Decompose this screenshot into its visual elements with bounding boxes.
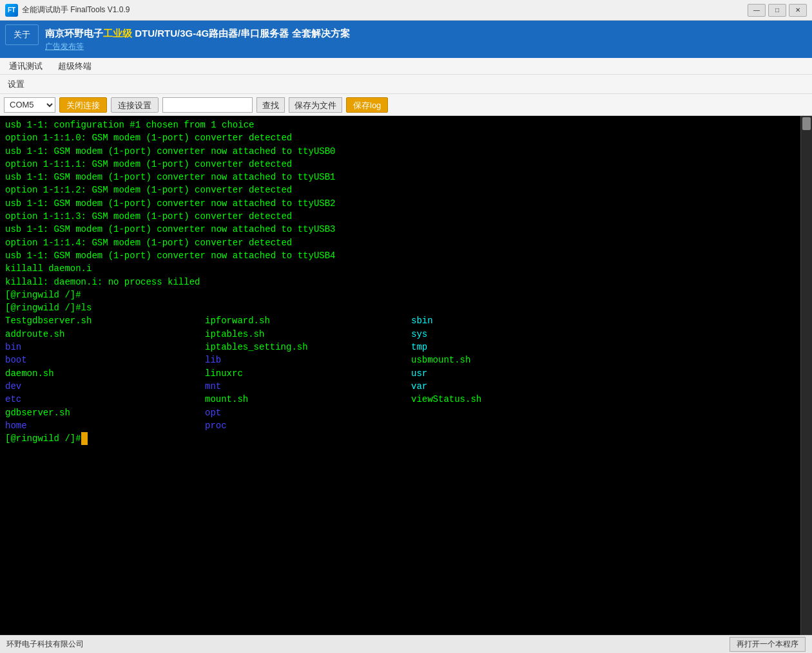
terminal-last-prompt-line: [@ringwild /]# xyxy=(5,432,795,445)
status-bar: 环野电子科技有限公司 再打开一个本程序 xyxy=(0,635,812,653)
header-content: 南京环野电子工业级 DTU/RTU/3G-4G路由器/串口服务器 全套解决方案 … xyxy=(45,26,807,52)
window-controls: — □ ✕ xyxy=(748,4,807,17)
terminal-scrollbar[interactable] xyxy=(800,116,812,635)
find-button[interactable]: 查找 xyxy=(256,97,285,113)
terminal-line: [@ringwild /]#ls xyxy=(5,301,795,314)
toolbar: 设置 xyxy=(0,75,812,94)
app-icon: FT xyxy=(5,4,18,17)
status-left-text: 环野电子科技有限公司 xyxy=(6,639,84,650)
cursor xyxy=(81,432,88,445)
title-bar: FT 全能调试助手 FinalTools V1.0.9 — □ ✕ xyxy=(0,0,812,21)
menu-item-super-terminal[interactable]: 超级终端 xyxy=(52,59,98,74)
title-text: 全能调试助手 FinalTools V1.0.9 xyxy=(22,5,748,15)
highlight-text: 工业级 xyxy=(103,28,132,39)
save-log-button[interactable]: 保存log xyxy=(346,97,388,113)
terminal-line: option 1-1:1.1: GSM modem (1-port) conve… xyxy=(5,158,795,171)
terminal-file-list-line: gdbserver.sh opt xyxy=(5,406,795,419)
connection-settings-button[interactable]: 连接设置 xyxy=(111,97,159,113)
terminal-wrapper: usb 1-1: configuration #1 chosen from 1 … xyxy=(0,116,812,635)
menu-item-comm-test[interactable]: 通讯测试 xyxy=(3,59,49,74)
minimize-button[interactable]: — xyxy=(748,4,766,17)
terminal-file-list-line: home proc xyxy=(5,419,795,432)
terminal-line: usb 1-1: GSM modem (1-port) converter no… xyxy=(5,249,795,262)
terminal-line: usb 1-1: GSM modem (1-port) converter no… xyxy=(5,145,795,158)
terminal[interactable]: usb 1-1: configuration #1 chosen from 1 … xyxy=(0,116,800,635)
com-port-select[interactable]: COM5 xyxy=(4,97,55,113)
terminal-file-list-line: dev mnt var xyxy=(5,380,795,393)
terminal-line: option 1-1:1.3: GSM modem (1-port) conve… xyxy=(5,210,795,223)
terminal-file-list-line: etc mount.sh viewStatus.sh xyxy=(5,393,795,406)
terminal-line: usb 1-1: GSM modem (1-port) converter no… xyxy=(5,197,795,210)
about-button[interactable]: 关于 xyxy=(5,24,39,45)
connection-bar: COM5 关闭连接 连接设置 查找 保存为文件 保存log xyxy=(0,94,812,116)
product-text: DTU/RTU/3G-4G路由器/串口服务器 全套解决方案 xyxy=(132,28,350,39)
close-button[interactable]: ✕ xyxy=(789,4,807,17)
terminal-file-list-line: boot lib usbmount.sh xyxy=(5,354,795,366)
last-prompt: [@ringwild /]# xyxy=(5,433,81,444)
terminal-file-list-line: daemon.sh linuxrc usr xyxy=(5,367,795,380)
terminal-line: killall: daemon.i: no process killed xyxy=(5,276,795,289)
terminal-line: usb 1-1: GSM modem (1-port) converter no… xyxy=(5,223,795,236)
save-file-button[interactable]: 保存为文件 xyxy=(289,97,342,113)
settings-label: 设置 xyxy=(4,79,28,90)
close-connection-button[interactable]: 关闭连接 xyxy=(59,97,107,113)
restore-button[interactable]: □ xyxy=(768,4,786,17)
terminal-line: option 1-1:1.0: GSM modem (1-port) conve… xyxy=(5,131,795,144)
ad-link[interactable]: 广告发布等 xyxy=(45,41,807,52)
terminal-line: option 1-1:1.4: GSM modem (1-port) conve… xyxy=(5,236,795,249)
company-name-prefix: 南京环野电子 xyxy=(45,28,103,39)
terminal-line: option 1-1:1.2: GSM modem (1-port) conve… xyxy=(5,184,795,196)
company-name: 南京环野电子工业级 DTU/RTU/3G-4G路由器/串口服务器 全套解决方案 xyxy=(45,26,807,40)
terminal-file-list-line: Testgdbserver.sh ipforward.sh sbin xyxy=(5,314,795,327)
search-input[interactable] xyxy=(162,97,253,113)
terminal-line: [@ringwild /]# xyxy=(5,289,795,301)
terminal-line: killall daemon.i xyxy=(5,262,795,275)
reopen-program-button[interactable]: 再打开一个本程序 xyxy=(730,637,806,652)
terminal-line: usb 1-1: GSM modem (1-port) converter no… xyxy=(5,171,795,184)
menu-bar: 通讯测试 超级终端 xyxy=(0,58,812,75)
terminal-file-list-line: addroute.sh iptables.sh sys xyxy=(5,328,795,341)
terminal-file-list-line: bin iptables_setting.sh tmp xyxy=(5,341,795,354)
header: 关于 南京环野电子工业级 DTU/RTU/3G-4G路由器/串口服务器 全套解决… xyxy=(0,21,812,58)
terminal-line: usb 1-1: configuration #1 chosen from 1 … xyxy=(5,118,795,131)
